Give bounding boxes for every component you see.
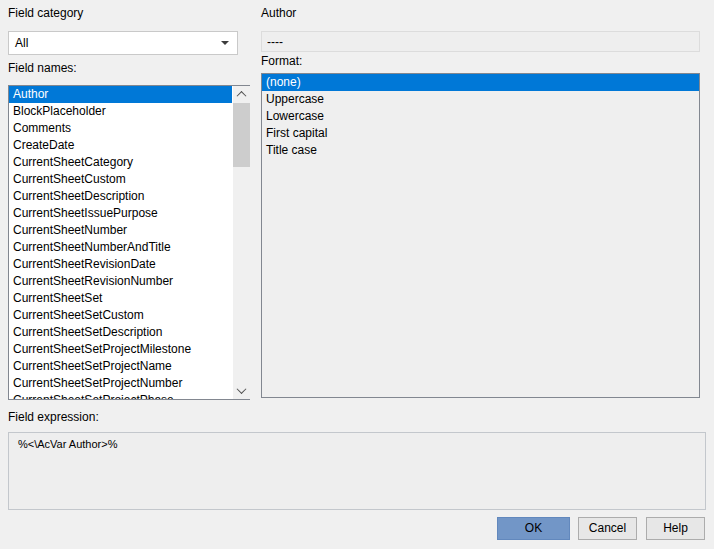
field-names-scrollbar[interactable]	[233, 86, 250, 399]
list-item[interactable]: BlockPlaceholder	[9, 103, 232, 120]
field-names-label: Field names:	[8, 61, 77, 76]
field-names-list[interactable]: AuthorBlockPlaceholderCommentsCreateDate…	[8, 85, 250, 400]
list-item[interactable]: CurrentSheetNumber	[9, 222, 232, 239]
list-item[interactable]: CurrentSheetSetDescription	[9, 324, 232, 341]
list-item[interactable]: CurrentSheetSet	[9, 290, 232, 307]
field-category-select[interactable]: All	[8, 31, 238, 55]
list-item[interactable]: CurrentSheetSetProjectName	[9, 358, 232, 375]
chevron-up-icon	[237, 91, 247, 101]
field-category-label: Field category	[8, 6, 83, 21]
format-label: Format:	[261, 54, 302, 69]
list-item[interactable]: CurrentSheetIssuePurpose	[9, 205, 232, 222]
list-item[interactable]: CurrentSheetCategory	[9, 154, 232, 171]
scroll-up-button[interactable]	[233, 86, 250, 103]
ok-button[interactable]: OK	[497, 517, 570, 540]
scroll-down-button[interactable]	[233, 382, 250, 399]
list-item[interactable]: CurrentSheetDescription	[9, 188, 232, 205]
list-item[interactable]: Comments	[9, 120, 232, 137]
list-item[interactable]: (none)	[262, 74, 699, 91]
list-item[interactable]: CurrentSheetSetProjectPhase	[9, 392, 232, 400]
field-dialog: Field category All Field names: AuthorBl…	[0, 0, 714, 549]
list-item[interactable]: Author	[9, 86, 232, 103]
list-item[interactable]: CurrentSheetRevisionDate	[9, 256, 232, 273]
field-category-value: All	[15, 36, 28, 50]
field-expression-box[interactable]: %<\AcVar Author>%	[8, 432, 706, 510]
list-item[interactable]: CurrentSheetNumberAndTitle	[9, 239, 232, 256]
list-item[interactable]: CurrentSheetSetCustom	[9, 307, 232, 324]
list-item[interactable]: First capital	[262, 125, 699, 142]
format-list[interactable]: (none)UppercaseLowercaseFirst capitalTit…	[261, 73, 700, 398]
list-item[interactable]: Lowercase	[262, 108, 699, 125]
chevron-down-icon	[237, 384, 247, 394]
scrollbar-thumb[interactable]	[233, 103, 250, 167]
help-button[interactable]: Help	[646, 517, 705, 540]
field-expression-label: Field expression:	[8, 410, 99, 425]
list-item[interactable]: CurrentSheetSetProjectNumber	[9, 375, 232, 392]
list-item[interactable]: CurrentSheetSetProjectMilestone	[9, 341, 232, 358]
list-item[interactable]: CreateDate	[9, 137, 232, 154]
list-item[interactable]: Uppercase	[262, 91, 699, 108]
list-item[interactable]: CurrentSheetRevisionNumber	[9, 273, 232, 290]
cancel-button[interactable]: Cancel	[578, 517, 637, 540]
list-item[interactable]: Title case	[262, 142, 699, 159]
author-label: Author	[261, 6, 296, 21]
author-field[interactable]	[261, 31, 700, 52]
list-item[interactable]: CurrentSheetCustom	[9, 171, 232, 188]
chevron-down-icon	[221, 41, 229, 45]
